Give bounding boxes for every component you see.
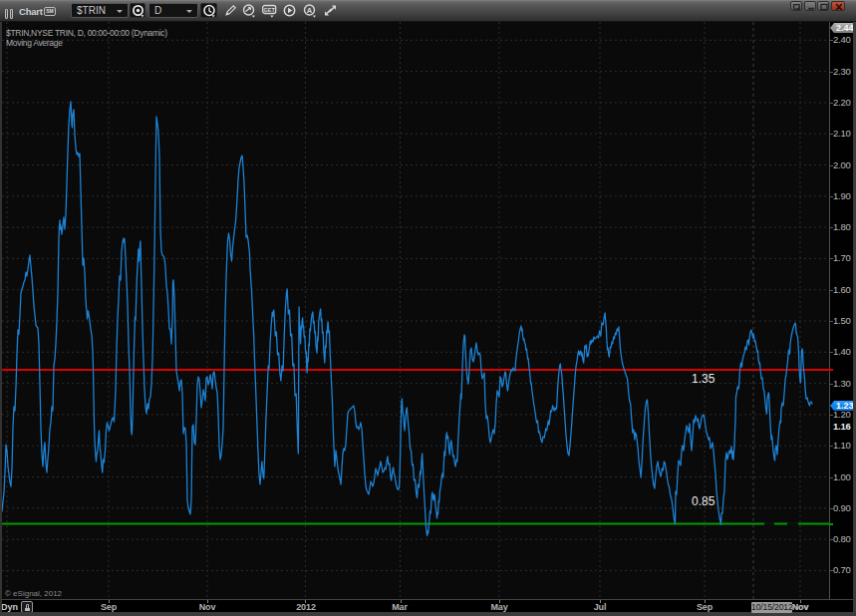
svg-text:A: A [307, 6, 313, 15]
svg-text:GET: GET [264, 7, 276, 13]
